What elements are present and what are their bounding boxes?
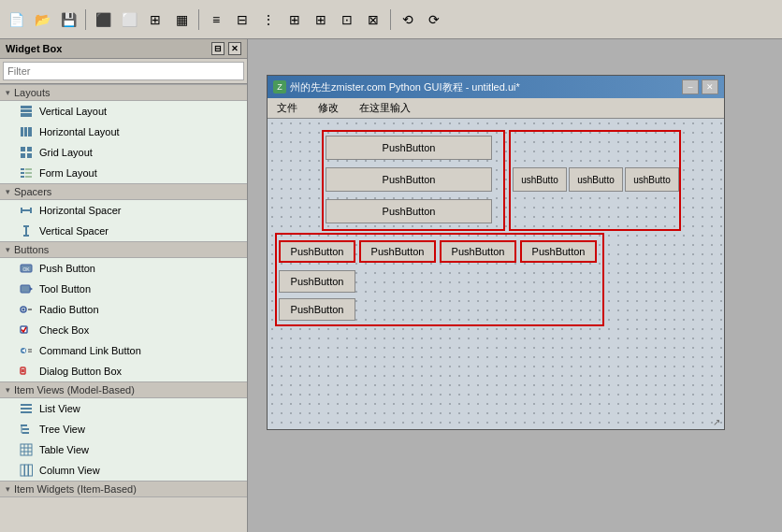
open-button[interactable]: 📂 [30, 7, 54, 32]
widget-item-list-view[interactable]: List View [0, 398, 247, 419]
toolbar: 📄 📂 💾 ⬛ ⬜ ⊞ ▦ ≡ ⊟ ⋮ ⊞ ⊞ ⊡ ⊠ ⟲ ⟳ [0, 0, 782, 39]
tool-button-label: Tool Button [39, 283, 91, 295]
svg-rect-24 [21, 285, 30, 293]
search-box [0, 59, 247, 84]
widget-box-close-icon[interactable]: ✕ [228, 42, 241, 55]
menu-file[interactable]: 文件 [271, 99, 303, 117]
widget-item-radio-button[interactable]: Radio Button [0, 299, 247, 320]
widget-box-header: Widget Box ⊟ ✕ [0, 39, 247, 59]
canvas-pushbutton-right-3[interactable]: ushButto [625, 167, 679, 192]
svg-rect-11 [25, 168, 32, 170]
widget-item-push-button[interactable]: OK Push Button [0, 258, 247, 279]
vertical-layout-icon [19, 104, 34, 119]
toolbar-btn-13[interactable]: ⟳ [422, 7, 446, 32]
svg-rect-38 [21, 408, 32, 410]
widget-item-check-box[interactable]: Check Box [0, 320, 247, 340]
toolbar-btn-4[interactable]: ▦ [169, 7, 194, 32]
canvas-pushbutton-right-1[interactable]: ushButto [513, 167, 567, 192]
layouts-arrow: ▾ [6, 88, 10, 97]
designer-close-button[interactable]: ✕ [702, 79, 718, 94]
widget-item-horizontal-spacer[interactable]: Horizontal Spacer [0, 200, 247, 221]
widget-item-horizontal-layout[interactable]: Horizontal Layout [0, 122, 247, 142]
form-layout-icon [19, 165, 34, 180]
menu-here[interactable]: 在这里输入 [354, 99, 416, 117]
item-views-label: Item Views (Model-Based) [14, 384, 135, 395]
widget-item-command-link-button[interactable]: Command Link Button [0, 340, 247, 361]
widget-box-header-icons: ⊟ ✕ [211, 42, 241, 55]
list-view-icon [19, 401, 34, 416]
horizontal-spacer-icon [19, 203, 34, 218]
filter-input[interactable] [3, 62, 244, 80]
widget-item-vertical-spacer[interactable]: Vertical Spacer [0, 221, 247, 241]
spacers-arrow: ▾ [6, 187, 10, 196]
section-layouts[interactable]: ▾ Layouts [0, 84, 247, 101]
designer-titlebar-title: Z 州的先生zmister.com Python GUI教程 - untitle… [273, 80, 520, 94]
toolbar-btn-3[interactable]: ⊞ [143, 7, 167, 32]
svg-rect-41 [22, 428, 29, 430]
widget-item-table-view[interactable]: Table View [0, 439, 247, 460]
canvas-pushbutton-row2-2[interactable]: PushButton [359, 240, 436, 263]
canvas-pushbutton-row2-3[interactable]: PushButton [440, 240, 516, 263]
widget-box-undock-icon[interactable]: ⊟ [211, 42, 224, 55]
toolbar-btn-2[interactable]: ⬜ [117, 7, 141, 32]
designer-title-text: 州的先生zmister.com Python GUI教程 - untitled.… [290, 80, 520, 94]
canvas-pushbutton-3[interactable]: PushButton [326, 199, 492, 223]
grid-layout-icon [19, 145, 34, 160]
toolbar-btn-5[interactable]: ≡ [204, 7, 228, 32]
new-button[interactable]: 📄 [4, 7, 28, 32]
svg-rect-3 [21, 127, 23, 137]
section-spacers[interactable]: ▾ Spacers [0, 183, 247, 200]
widget-item-grid-layout[interactable]: Grid Layout [0, 142, 247, 163]
layouts-label: Layouts [14, 87, 51, 98]
toolbar-btn-12[interactable]: ⟲ [396, 7, 420, 32]
push-button-label: Push Button [39, 263, 95, 274]
canvas-pushbutton-standalone-2[interactable]: PushButton [279, 298, 355, 321]
item-views-arrow: ▾ [6, 385, 10, 395]
toolbar-btn-8[interactable]: ⊞ [282, 7, 307, 32]
canvas-pushbutton-1[interactable]: PushButton [326, 136, 492, 160]
section-item-views[interactable]: ▾ Item Views (Model-Based) [0, 381, 247, 398]
widget-box: Widget Box ⊟ ✕ ▾ Layouts Vertical Layout [0, 39, 248, 532]
canvas-area: Z 州的先生zmister.com Python GUI教程 - untitle… [248, 39, 782, 532]
svg-rect-9 [27, 153, 32, 158]
section-buttons[interactable]: ▾ Buttons [0, 241, 247, 258]
form-layout-label: Form Layout [39, 167, 97, 179]
command-link-button-label: Command Link Button [39, 345, 141, 356]
save-button[interactable]: 💾 [56, 7, 80, 32]
horizontal-spacer-label: Horizontal Spacer [39, 205, 121, 216]
canvas-pushbutton-right-2[interactable]: ushButto [569, 167, 623, 192]
widget-item-tree-view[interactable]: Tree View [0, 419, 247, 439]
canvas-pushbutton-standalone-1[interactable]: PushButton [279, 270, 355, 293]
widget-item-form-layout[interactable]: Form Layout [0, 163, 247, 183]
widget-box-title: Widget Box [6, 43, 62, 54]
designer-canvas[interactable]: PushButton PushButton PushButton ushButt… [268, 119, 724, 429]
svg-point-27 [22, 309, 25, 311]
svg-rect-39 [21, 411, 32, 413]
canvas-pushbutton-row2-4[interactable]: PushButton [520, 240, 597, 263]
toolbar-btn-1[interactable]: ⬛ [91, 7, 115, 32]
item-widgets-arrow: ▾ [6, 484, 10, 494]
svg-rect-5 [28, 127, 32, 137]
canvas-resize-handle[interactable]: ↗ [713, 417, 720, 427]
svg-rect-15 [25, 176, 32, 178]
widget-item-tool-button[interactable]: Tool Button [0, 279, 247, 299]
designer-minimize-button[interactable]: – [682, 79, 699, 94]
canvas-pushbutton-2[interactable]: PushButton [326, 167, 492, 192]
toolbar-btn-10[interactable]: ⊡ [335, 7, 359, 32]
svg-rect-12 [21, 172, 24, 174]
section-item-widgets[interactable]: ▾ Item Widgets (Item-Based) [0, 481, 247, 497]
designer-menubar: 文件 修改 在这里输入 [268, 98, 724, 119]
canvas-pushbutton-row2-1[interactable]: PushButton [279, 240, 355, 263]
toolbar-sep-2 [198, 9, 199, 30]
widget-item-column-view[interactable]: Column View [0, 460, 247, 481]
toolbar-btn-11[interactable]: ⊠ [361, 7, 385, 32]
check-box-label: Check Box [39, 324, 89, 336]
tree-view-label: Tree View [39, 424, 85, 435]
widget-item-vertical-layout[interactable]: Vertical Layout [0, 101, 247, 122]
toolbar-btn-6[interactable]: ⊟ [230, 7, 254, 32]
menu-edit[interactable]: 修改 [312, 99, 344, 117]
toolbar-btn-9[interactable]: ⊞ [309, 7, 333, 32]
toolbar-btn-7[interactable]: ⋮ [256, 7, 281, 32]
widget-item-dialog-button-box[interactable]: Dialog Button Box [0, 361, 247, 381]
command-link-button-icon [19, 343, 34, 358]
